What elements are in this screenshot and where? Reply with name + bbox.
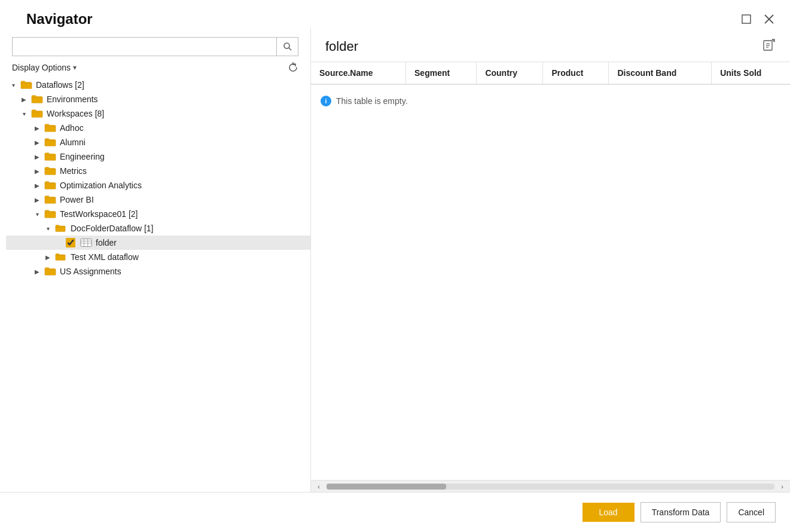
tree-area: ▾ Dataflows [2] ▶ <box>0 78 310 492</box>
svg-rect-5 <box>81 239 91 247</box>
display-options-button[interactable]: Display Options ▾ <box>12 63 77 72</box>
expander-dataflows: ▾ <box>8 82 18 88</box>
tree-node-workspaces: ▾ Workspaces [8] ▶ <box>6 106 310 279</box>
expander-workspaces: ▾ <box>19 111 29 117</box>
label-testworkspace01: TestWorkspace01 [2] <box>60 209 138 219</box>
tree-row-engineering[interactable]: ▶ Engineering <box>6 149 310 164</box>
folder-icon-adhoc <box>44 123 57 133</box>
folder-icon-engineering <box>44 152 57 161</box>
tree-row-dataflows[interactable]: ▾ Dataflows [2] <box>6 78 310 92</box>
left-panel: Display Options ▾ ▾ <box>0 27 311 492</box>
table-container: Source.Name Segment Country Product Disc… <box>311 62 790 480</box>
tree-row-power-bi[interactable]: ▶ Power BI <box>6 192 310 207</box>
info-icon: i <box>321 96 331 106</box>
label-alumni: Alumni <box>60 137 86 147</box>
export-icon[interactable] <box>762 38 776 54</box>
right-header: folder <box>311 27 790 62</box>
label-docfolderdataflow: DocFolderDataflow [1] <box>71 224 154 233</box>
folder-icon-docfolderdataflow <box>55 224 68 233</box>
folder-checkbox[interactable] <box>66 238 75 247</box>
svg-rect-0 <box>742 15 751 23</box>
tree-row-environments[interactable]: ▶ Environments <box>6 92 310 106</box>
tree-row-adhoc[interactable]: ▶ Adhoc <box>6 121 310 135</box>
empty-text: This table is empty. <box>336 96 408 106</box>
label-optimization-analytics: Optimization Analytics <box>60 181 142 190</box>
search-input[interactable] <box>12 37 277 56</box>
search-bar-row <box>0 37 310 56</box>
chevron-down-icon: ▾ <box>73 63 77 72</box>
tree-row-docfolderdataflow[interactable]: ▾ DocFolderDataflow [1] <box>6 221 310 236</box>
col-country: Country <box>477 62 543 84</box>
cancel-button[interactable]: Cancel <box>727 502 776 522</box>
col-discount-band: Discount Band <box>609 62 712 84</box>
folder-icon-dataflows <box>20 80 33 90</box>
col-product: Product <box>543 62 609 84</box>
label-power-bi: Power BI <box>60 195 94 204</box>
expander-metrics: ▶ <box>32 168 42 175</box>
tree-row-optimization-analytics[interactable]: ▶ Optimization Analytics <box>6 178 310 192</box>
window-controls <box>740 13 776 26</box>
folder-icon-testworkspace01 <box>44 209 57 219</box>
folder-icon-alumni <box>44 137 57 147</box>
maximize-button[interactable] <box>740 13 753 26</box>
tree-node-testworkspace01: ▾ TestWorkspace01 [2] <box>6 207 310 264</box>
label-environments: Environments <box>47 94 98 104</box>
folder-icon-power-bi <box>44 195 57 204</box>
expander-optimization-analytics: ▶ <box>32 182 42 189</box>
close-button[interactable] <box>762 13 776 26</box>
expander-adhoc: ▶ <box>32 125 42 132</box>
table-icon-folder <box>80 238 93 247</box>
data-table: Source.Name Segment Country Product Disc… <box>311 62 790 117</box>
load-button[interactable]: Load <box>582 503 635 522</box>
title-bar: Navigator <box>0 0 790 27</box>
label-dataflows: Dataflows [2] <box>36 80 84 90</box>
expander-docfolderdataflow: ▾ <box>43 225 53 232</box>
tree-node-dataflows: ▾ Dataflows [2] ▶ <box>6 78 310 279</box>
scroll-left-arrow[interactable]: ‹ <box>313 481 324 492</box>
display-options-label: Display Options <box>12 63 71 72</box>
transform-data-button[interactable]: Transform Data <box>640 502 721 522</box>
right-panel-title: folder <box>325 39 358 54</box>
refresh-button[interactable] <box>288 62 298 73</box>
svg-point-3 <box>284 43 289 48</box>
tree-node-docfolderdataflow: ▾ DocFolderDataflow [1] <box>6 221 310 250</box>
main-area: Display Options ▾ ▾ <box>0 27 790 492</box>
label-engineering: Engineering <box>60 152 105 161</box>
empty-row: i This table is empty. <box>311 84 790 117</box>
scroll-track[interactable] <box>327 484 774 490</box>
label-test-xml-dataflow: Test XML dataflow <box>71 252 139 262</box>
svg-line-4 <box>289 48 291 50</box>
folder-icon-optimization-analytics <box>44 181 57 190</box>
expander-alumni: ▶ <box>32 139 42 146</box>
label-metrics: Metrics <box>60 166 87 176</box>
tree-node-environments: ▶ Environments <box>6 92 310 106</box>
window-title: Navigator <box>26 11 93 27</box>
col-units-sold: Units Sold <box>712 62 790 84</box>
tree-row-workspaces[interactable]: ▾ Workspaces [8] <box>6 106 310 121</box>
tree-row-test-xml-dataflow[interactable]: ▶ Test XML dataflow <box>6 250 310 264</box>
label-adhoc: Adhoc <box>60 123 84 133</box>
display-options-row: Display Options ▾ <box>0 62 310 73</box>
empty-message: i This table is empty. <box>311 85 790 117</box>
label-us-assignments: US Assignments <box>60 267 121 276</box>
tree-row-folder[interactable]: folder <box>6 236 310 250</box>
expander-us-assignments: ▶ <box>32 268 42 275</box>
tree-row-us-assignments[interactable]: ▶ US Assignments <box>6 264 310 279</box>
folder-icon-workspaces <box>31 109 44 118</box>
col-source-name: Source.Name <box>311 62 406 84</box>
folder-icon-test-xml-dataflow <box>55 253 68 261</box>
expander-power-bi: ▶ <box>32 197 42 203</box>
scroll-right-arrow[interactable]: › <box>777 481 788 492</box>
folder-icon-metrics <box>44 166 57 176</box>
folder-icon-environments <box>31 94 44 104</box>
search-button[interactable] <box>277 37 298 56</box>
tree-row-alumni[interactable]: ▶ Alumni <box>6 135 310 149</box>
scroll-thumb[interactable] <box>327 484 446 490</box>
expander-test-xml-dataflow: ▶ <box>43 254 53 261</box>
bottom-bar: Load Transform Data Cancel <box>0 492 790 532</box>
col-segment: Segment <box>406 62 477 84</box>
tree-row-testworkspace01[interactable]: ▾ TestWorkspace01 [2] <box>6 207 310 221</box>
tree-row-metrics[interactable]: ▶ Metrics <box>6 164 310 178</box>
right-panel: folder Source.Name Segment C <box>311 27 790 492</box>
horizontal-scrollbar[interactable]: ‹ › <box>311 480 790 492</box>
